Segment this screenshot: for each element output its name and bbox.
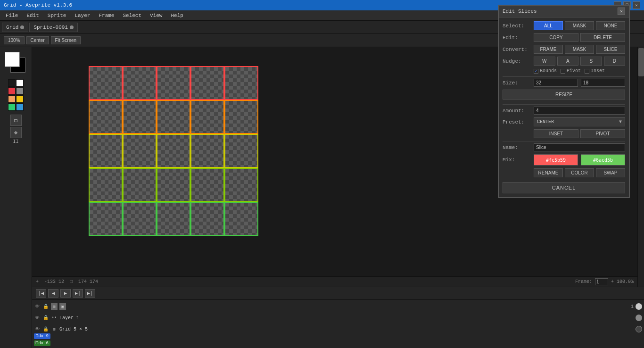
select-all-button[interactable]: ALL: [534, 21, 563, 30]
layer-size-icon: ▣: [59, 303, 66, 310]
table-row: [123, 134, 157, 168]
menu-select[interactable]: Select: [119, 12, 145, 19]
pivot-checkbox[interactable]: [561, 69, 565, 74]
slice-button[interactable]: SLICE: [596, 45, 625, 54]
mix-color1-swatch[interactable]: #fc5b59: [534, 154, 578, 166]
play-prev-button[interactable]: ◀: [48, 289, 58, 298]
grid-layer-lock-icon[interactable]: 🔒: [42, 326, 49, 332]
menu-help[interactable]: Help: [167, 12, 187, 19]
palette-cell-white[interactable]: [16, 79, 24, 87]
layer1-thumb: [636, 315, 642, 321]
pivot-btn[interactable]: PIVOT: [580, 129, 625, 138]
foreground-color-swatch[interactable]: [5, 52, 20, 67]
delete-button[interactable]: DELETE: [580, 33, 625, 42]
tab-grid[interactable]: Grid: [2, 23, 28, 32]
mask-button[interactable]: MASK: [565, 45, 594, 54]
grid-layer-type-icon: ⊞: [51, 326, 58, 332]
layer-row-grid[interactable]: 👁 🔒 ⊞ Grid 5 × 5: [32, 323, 644, 335]
select-tool[interactable]: ◻: [10, 115, 22, 126]
dialog-title: Edit Slices: [503, 8, 537, 14]
bounds-checkbox[interactable]: [534, 69, 538, 74]
table-row: [190, 168, 224, 202]
dialog-body: Select: ALL MASK NONE Edit: COPY DELETE …: [499, 17, 629, 197]
center-button[interactable]: Center: [26, 36, 49, 44]
lock-icon[interactable]: 🔒: [42, 303, 49, 310]
vertical-scrollbar[interactable]: [637, 47, 644, 287]
menu-layer[interactable]: Layer: [71, 12, 94, 19]
select-none-button[interactable]: NONE: [596, 21, 625, 30]
table-row: [89, 202, 123, 236]
eye-icon[interactable]: 👁: [34, 303, 41, 310]
inset-checkbox[interactable]: [585, 69, 589, 74]
inset-btn[interactable]: INSET: [534, 129, 578, 138]
table-row: [157, 66, 190, 100]
palette-cell-black[interactable]: [8, 79, 16, 87]
select-row: Select: ALL MASK NONE: [503, 21, 625, 30]
rename-button[interactable]: RENAME: [534, 168, 563, 177]
menu-view[interactable]: View: [146, 12, 166, 19]
palette-cell-gray[interactable]: [16, 87, 24, 95]
palette-cell-yellow[interactable]: [16, 95, 24, 103]
close-button[interactable]: ✕: [633, 1, 640, 9]
palette-cell-orange[interactable]: [8, 95, 16, 103]
size-width-input[interactable]: [534, 79, 578, 87]
tab-sprite[interactable]: Sprite-0001: [29, 23, 78, 32]
dialog-close-button[interactable]: ✕: [618, 8, 625, 15]
size-display: 174 174: [78, 279, 98, 284]
name-label: Name:: [503, 145, 531, 150]
frame-plus-button[interactable]: +: [611, 279, 614, 284]
position-display: -133 12: [44, 279, 64, 284]
play-next-button[interactable]: ▶|: [73, 289, 83, 298]
palette-cell-green[interactable]: [8, 103, 16, 111]
nudge-d-button[interactable]: D: [604, 57, 626, 66]
zoom-button[interactable]: 100%: [4, 36, 25, 44]
edit-label: Edit:: [503, 35, 531, 41]
menu-sprite[interactable]: Sprite: [44, 12, 70, 19]
menu-edit[interactable]: Edit: [23, 12, 42, 19]
layer-row-1[interactable]: 👁 🔒 •• Layer 1: [32, 312, 644, 323]
play-button[interactable]: ▶: [60, 289, 71, 298]
fitscreen-button[interactable]: Fit Screen: [51, 36, 81, 44]
grid-layer-visibility-icon[interactable]: 👁: [34, 326, 41, 332]
layer1-visibility-icon[interactable]: 👁: [34, 315, 41, 321]
amount-input[interactable]: [534, 107, 625, 115]
vertical-scrollbar-thumb[interactable]: [638, 48, 644, 76]
size-height-input[interactable]: [581, 79, 625, 87]
table-row: [89, 134, 123, 168]
pivot-checkbox-label[interactable]: Pivot: [561, 68, 581, 74]
play-first-button[interactable]: |◀: [36, 289, 46, 298]
sprite-canvas: [89, 66, 258, 236]
preset-label: Preset:: [503, 119, 531, 125]
frame-button[interactable]: FRAME: [534, 45, 563, 54]
mix-label: Mix:: [503, 157, 531, 163]
palette-cell-blue[interactable]: [16, 103, 24, 111]
frame-number-input[interactable]: [595, 278, 608, 285]
edit-row: Edit: COPY DELETE: [503, 33, 625, 42]
nudge-a-button[interactable]: A: [557, 57, 579, 66]
name-input[interactable]: [534, 143, 625, 151]
preset-dropdown[interactable]: CENTER ▼: [534, 117, 625, 126]
select-buttons: ALL MASK NONE: [534, 21, 625, 30]
nudge-w-button[interactable]: W: [534, 57, 555, 66]
cancel-button[interactable]: CANCEL: [503, 182, 625, 193]
play-last-button[interactable]: ▶|: [85, 289, 95, 298]
nudge-s-button[interactable]: S: [580, 57, 602, 66]
table-row: [123, 100, 157, 134]
swap-button[interactable]: SWAP: [596, 168, 625, 177]
move-tool[interactable]: ✥: [10, 127, 22, 138]
layer1-lock-icon[interactable]: 🔒: [42, 315, 49, 321]
menu-file[interactable]: File: [2, 12, 22, 19]
add-icon[interactable]: +: [34, 340, 37, 346]
table-row: [224, 168, 258, 202]
table-row: [89, 168, 123, 202]
menu-frame[interactable]: Frame: [95, 12, 118, 19]
select-mask-button[interactable]: MASK: [565, 21, 594, 30]
copy-button[interactable]: COPY: [534, 33, 578, 42]
resize-button[interactable]: RESIZE: [503, 90, 625, 99]
inset-checkbox-label[interactable]: Inset: [585, 68, 605, 74]
color-button[interactable]: COLOR: [565, 168, 594, 177]
sprite-grid: [89, 66, 258, 236]
bounds-checkbox-label[interactable]: Bounds: [534, 68, 557, 74]
mix-color2-swatch[interactable]: #6acd5b: [581, 154, 625, 166]
palette-cell-red[interactable]: [8, 87, 16, 95]
